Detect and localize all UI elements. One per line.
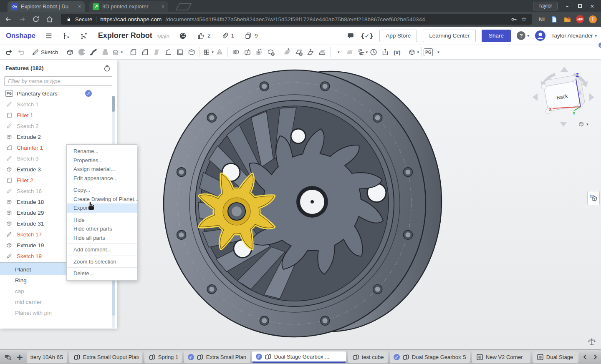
adblock-extension-icon[interactable]: ABP	[576, 15, 584, 23]
draft-button[interactable]	[151, 46, 162, 58]
maximize-button[interactable]	[577, 3, 583, 9]
move-face-button[interactable]	[281, 46, 293, 58]
named-views-button[interactable]: ▾	[407, 46, 419, 58]
delete-part-button[interactable]	[265, 46, 277, 58]
redo-button[interactable]	[15, 46, 27, 58]
scroll-tabs-left-icon[interactable]	[582, 354, 588, 360]
feature-sketch-1[interactable]: Sketch 1	[0, 99, 117, 110]
context-menu-item-hide[interactable]: Hide	[67, 216, 137, 225]
fillet-button[interactable]	[127, 46, 139, 58]
workspace-name[interactable]: Main	[157, 32, 169, 40]
learning-center-button[interactable]: Learning Center	[423, 30, 476, 42]
scroll-tabs-right-icon[interactable]	[592, 354, 598, 360]
links-count[interactable]: 1	[220, 32, 234, 40]
tab-extra-small-planetary[interactable]: Extra Small Planetary...	[184, 351, 250, 363]
feature-filter-input[interactable]	[4, 76, 112, 86]
hole-button[interactable]	[186, 46, 197, 58]
tab-test-cube[interactable]: test cube	[348, 351, 388, 363]
feature-extrude-2[interactable]: Extrude 2	[0, 131, 117, 142]
sketch-button[interactable]: Sketch	[31, 46, 60, 58]
boolean-button[interactable]	[230, 46, 242, 58]
tab-spring-1[interactable]: Spring 1	[144, 351, 182, 363]
revolve-button[interactable]	[76, 46, 88, 58]
likes-count[interactable]: 2	[197, 32, 211, 40]
app-store-button[interactable]: App Store	[379, 30, 417, 42]
noscript-extension-icon[interactable]: NΙ	[539, 16, 545, 23]
tab-dual-stage-gearbox-s[interactable]: Dual Stage Gearbox S...	[390, 351, 470, 363]
home-icon[interactable]	[45, 15, 54, 23]
mass-properties-scale-icon[interactable]	[587, 337, 597, 347]
help-menu[interactable]: ?▾	[517, 31, 529, 40]
regen-time-stopwatch-icon[interactable]	[103, 64, 111, 72]
rotate-down-arrow[interactable]	[560, 122, 567, 127]
planetary-gears-custom-feature-button[interactable]: PG▾	[424, 46, 439, 58]
onshape-logo[interactable]: Onshape	[6, 32, 35, 40]
tab-close-icon[interactable]: ×	[162, 4, 164, 10]
search-tabs-icon[interactable]	[3, 353, 12, 361]
rotate-up-arrow[interactable]	[561, 67, 568, 72]
loft-button[interactable]	[99, 46, 111, 58]
context-menu-item-hide-other-parts[interactable]: Hide other parts	[67, 224, 137, 233]
document-extension-icon[interactable]	[550, 15, 558, 23]
offset-surface-button[interactable]: ▾	[333, 46, 344, 58]
context-menu-item-export[interactable]: Export...	[67, 203, 137, 213]
featurescript-icon[interactable]: {✓}	[361, 33, 374, 39]
tab-dual-stage-v2[interactable]: Dual Stage V2	[533, 351, 578, 363]
context-menu-item-delete[interactable]: Delete...	[67, 269, 137, 278]
feature-sketch-2[interactable]: Sketch 2	[0, 120, 117, 131]
part-planet-with-pin[interactable]: Planet with pin	[0, 307, 117, 318]
context-menu-item-hide-all-parts[interactable]: Hide all parts	[67, 233, 137, 243]
user-menu[interactable]: Taylor Alexander▾	[551, 33, 597, 39]
plane-button[interactable]	[344, 46, 356, 58]
tab-close-icon[interactable]: ×	[78, 4, 81, 10]
feature-planetary-gears[interactable]: PGPlanetary Gears	[0, 88, 117, 99]
transform-button[interactable]	[253, 46, 265, 58]
versions-icon[interactable]	[62, 32, 71, 40]
sweep-button[interactable]	[88, 46, 99, 58]
browser-profile-button[interactable]: Taylor	[533, 2, 558, 10]
feature-fillet-1[interactable]: Fillet 1	[0, 110, 117, 120]
bookmark-star-icon[interactable]: ☆	[521, 15, 527, 23]
browser-tab-explorer-robot[interactable]: On Explorer Robot | Du ×	[8, 1, 85, 12]
tab-new-v2-corner[interactable]: New V2 Corner	[472, 351, 530, 363]
linear-pattern-button[interactable]: ▾	[202, 46, 214, 58]
replace-face-button[interactable]	[316, 46, 328, 58]
reload-icon[interactable]	[32, 15, 40, 23]
avatar[interactable]	[535, 30, 545, 41]
variable-table-button[interactable]: (x)	[391, 46, 403, 58]
helix-button[interactable]: ▾	[356, 46, 368, 58]
context-menu-item-rename[interactable]: Rename...	[67, 147, 137, 156]
extrude-button[interactable]	[64, 46, 76, 58]
modify-fillet-button[interactable]	[305, 46, 316, 58]
alert-extension-icon[interactable]: !	[589, 15, 597, 23]
context-menu-item-edit-appearance[interactable]: Edit appearance...	[67, 174, 137, 183]
rotate-left-arrow[interactable]	[533, 93, 538, 101]
forward-icon[interactable]	[18, 15, 26, 23]
create-version-icon[interactable]	[80, 32, 88, 40]
delete-face-button[interactable]	[293, 46, 305, 58]
add-tab-icon[interactable]: +	[16, 353, 23, 361]
minimize-button[interactable]: –	[564, 3, 570, 9]
rib-button[interactable]	[162, 46, 174, 58]
chamfer-button[interactable]	[139, 46, 151, 58]
new-tab-button[interactable]	[175, 3, 192, 10]
tab-extra-small-ouput-plate[interactable]: Extra Small Ouput Plate	[69, 351, 142, 363]
context-menu-item-properties[interactable]: Properties...	[67, 156, 137, 165]
context-menu-item-assign-material[interactable]: Assign material...	[67, 165, 137, 174]
saved-password-key-icon[interactable]	[510, 16, 518, 23]
main-menu-icon[interactable]	[45, 32, 53, 40]
thicken-button[interactable]: ▾	[111, 46, 123, 58]
folder-extension-icon[interactable]	[563, 15, 571, 23]
share-button[interactable]: Share	[482, 30, 511, 42]
import-export-button[interactable]	[379, 46, 391, 58]
back-icon[interactable]	[4, 15, 13, 23]
parts-list-flyout-button[interactable]	[587, 191, 600, 205]
shell-button[interactable]	[174, 46, 186, 58]
context-menu-item-zoom-to-selection[interactable]: Zoom to selection	[67, 257, 137, 266]
feature-history-button[interactable]	[368, 46, 379, 58]
tab-dual-stage-gearbox[interactable]: Dual Stage Gearbox ...	[252, 351, 346, 363]
copies-count[interactable]: 9	[244, 32, 258, 40]
rotate-right-arrow[interactable]	[589, 93, 594, 101]
context-menu-item-create-drawing[interactable]: Create Drawing of Planet...	[67, 195, 137, 204]
browser-tab-3d-printed[interactable]: ↗ 3D printed explorer ×	[89, 1, 168, 12]
